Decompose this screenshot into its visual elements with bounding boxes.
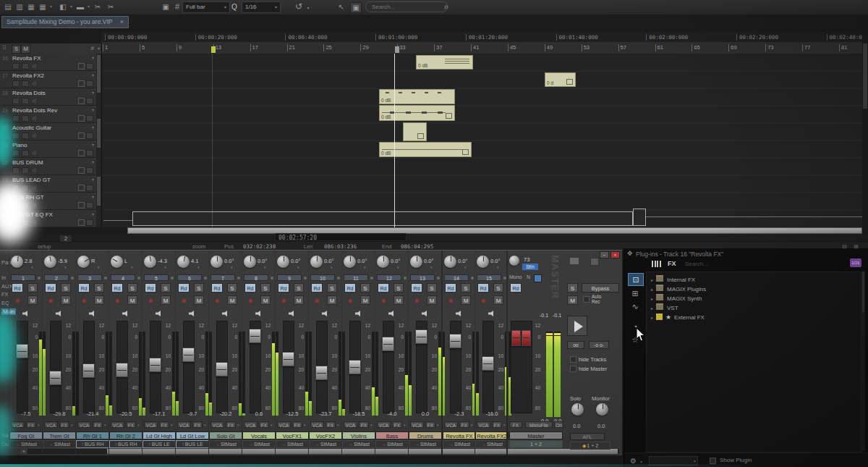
channel-speaker-icon[interactable] xyxy=(289,311,296,316)
track-lane[interactable] xyxy=(101,175,862,193)
master-strip[interactable]: MASTER73StInMonoNRd-0.1-0.1120102040800.… xyxy=(506,251,564,455)
track-mute-button[interactable] xyxy=(22,202,29,209)
solo-button[interactable]: S xyxy=(461,283,471,293)
channel-dot-icon[interactable] xyxy=(104,277,107,279)
track-speaker-icon[interactable] xyxy=(31,167,38,174)
fader-handle[interactable] xyxy=(149,358,161,372)
track-monitor-icon[interactable] xyxy=(86,132,93,139)
record-button[interactable]: Rd xyxy=(78,283,90,293)
channel-output[interactable]: →StMast xyxy=(242,440,276,448)
channel-speaker-icon[interactable] xyxy=(422,311,429,316)
fader-handle[interactable] xyxy=(82,363,95,378)
arrangement-area[interactable]: 0 dB0 d0 dB0 dB0 dB xyxy=(101,54,862,227)
record-button[interactable]: Rd xyxy=(311,283,323,293)
cut-icon[interactable]: ✂ xyxy=(93,2,103,12)
track-mute-button[interactable] xyxy=(22,132,29,139)
new-file-icon[interactable]: ▤ xyxy=(3,2,13,12)
fx-button[interactable]: FX xyxy=(392,421,402,428)
track-row[interactable]: 17Revolta FX2▾ xyxy=(0,71,96,88)
fx-tab[interactable]: FX xyxy=(668,260,676,267)
channel-output[interactable]: →StMast xyxy=(9,440,43,448)
fx-chevron-icon[interactable]: ▾ xyxy=(237,423,239,427)
channel-name[interactable]: Revolta FX2 xyxy=(475,432,509,439)
routing-view-icon[interactable]: ⊞ xyxy=(628,287,642,299)
record-button[interactable]: Rd xyxy=(244,283,256,293)
channel-strip[interactable]: 0.0°▾9RdSM12010204080-12.5VCAFX▾VocFX1→S… xyxy=(275,251,309,455)
channel-speaker-icon[interactable] xyxy=(355,311,362,316)
vca-button[interactable]: VCA xyxy=(144,421,158,428)
pan-knob[interactable] xyxy=(244,256,256,268)
save-as-icon-chevron[interactable]: ▾ xyxy=(48,2,54,12)
channel-strip[interactable]: -4.3▾5RdSM12010204080-17.1VCAFX▾Ld Gt Hi… xyxy=(142,251,176,455)
pan-chevron-icon[interactable]: ▾ xyxy=(364,265,366,269)
quantize-dropdown[interactable]: 1/16▾ xyxy=(242,1,281,13)
channel-speaker-icon[interactable] xyxy=(488,311,495,316)
track-speaker-icon[interactable] xyxy=(31,132,38,139)
track-lock-icon[interactable] xyxy=(78,63,85,70)
channel-number[interactable]: 6 xyxy=(177,274,202,281)
track-speaker-icon[interactable] xyxy=(31,115,38,122)
mute-button[interactable]: M xyxy=(27,295,38,305)
fx-chevron-icon[interactable]: ▾ xyxy=(503,423,506,427)
layout-icon-chevron[interactable]: ▾ xyxy=(69,2,74,12)
solo-button[interactable]: S xyxy=(161,283,171,293)
solo-button[interactable]: S xyxy=(194,283,204,293)
track-speaker-icon[interactable] xyxy=(31,202,38,209)
channel-speaker-icon[interactable] xyxy=(89,311,96,316)
track-lock-icon[interactable] xyxy=(78,202,85,209)
track-monitor-icon[interactable] xyxy=(86,185,93,191)
fx-button[interactable]: FX xyxy=(26,421,36,428)
solo-button[interactable]: S xyxy=(393,283,404,293)
solo-button[interactable]: S xyxy=(360,283,370,293)
track-row[interactable]: 22BUS DRUM▾ xyxy=(0,158,96,175)
search-magnifier-icon[interactable]: ⌕ xyxy=(441,2,451,12)
pan-chevron-icon[interactable]: ▾ xyxy=(31,265,33,269)
tree-expand-icon[interactable]: ▸ xyxy=(651,278,653,282)
channel-strip[interactable]: 4.1▾6RdSM12010204080-9.7VCAFX▾Ld Gt Low↑… xyxy=(175,251,209,455)
pan-chevron-icon[interactable]: ▾ xyxy=(231,265,233,269)
master-fader-left[interactable] xyxy=(511,330,521,346)
track-lock-icon[interactable] xyxy=(78,98,85,104)
tree-expand-icon[interactable]: ▸ xyxy=(651,297,653,301)
open-folder-icon[interactable]: ▥ xyxy=(14,2,25,12)
channel-number[interactable]: 5 xyxy=(144,274,169,281)
track-lane[interactable] xyxy=(101,106,862,124)
fx-button[interactable]: FX xyxy=(59,421,69,428)
record-button[interactable]: Rd xyxy=(178,283,190,293)
channel-strip[interactable]: 0.0°▾10RdSM12010204080-23.7VCAFX▾VocFX2→… xyxy=(308,251,342,455)
track-row[interactable]: 21Piano▾ xyxy=(0,140,96,158)
link-oo2-button[interactable]: -o o- xyxy=(589,341,609,349)
fader-handle[interactable] xyxy=(315,366,328,380)
tree-item[interactable]: ▸★External FX xyxy=(651,313,705,322)
track-solo-button[interactable] xyxy=(12,202,20,209)
channel-output[interactable]: ↑BUS RH xyxy=(109,440,142,448)
fx-chevron-icon[interactable]: ▾ xyxy=(304,423,306,427)
favorite-star-icon[interactable]: ★ xyxy=(665,314,671,321)
record-button[interactable]: Rd xyxy=(111,283,123,293)
all-solo-button[interactable]: S xyxy=(12,45,21,54)
bypass-button[interactable]: Bypass xyxy=(582,283,619,293)
mute-button[interactable]: M xyxy=(461,295,471,305)
pan-knob[interactable] xyxy=(210,256,223,268)
channel-dot-icon[interactable] xyxy=(271,277,273,279)
track-lock-icon[interactable] xyxy=(78,80,85,87)
channel-number[interactable]: 12 xyxy=(377,274,401,281)
pan-knob[interactable] xyxy=(310,256,323,268)
object-mode-icon-chevron[interactable]: ▾ xyxy=(86,2,91,12)
fx-chevron-icon[interactable]: ▾ xyxy=(137,423,140,427)
timeline-horizontal-scrollbar[interactable] xyxy=(127,227,862,234)
fader-handle[interactable] xyxy=(249,329,261,343)
playhead[interactable] xyxy=(394,54,395,227)
zoom-level-value[interactable]: 2 xyxy=(59,235,72,243)
tab-close-icon[interactable]: × xyxy=(120,18,124,25)
pan-knob[interactable] xyxy=(344,256,356,268)
audio-clip[interactable] xyxy=(403,122,427,141)
master-name[interactable]: Master xyxy=(509,432,563,439)
record-button[interactable]: Rd xyxy=(378,283,389,293)
track-lane[interactable] xyxy=(101,193,862,211)
channel-output[interactable]: →StMast xyxy=(276,440,309,448)
channel-number[interactable]: 3 xyxy=(77,274,102,281)
track-mute-button[interactable] xyxy=(22,63,29,70)
master-fx-button[interactable]: FX xyxy=(509,421,522,428)
fader-handle[interactable] xyxy=(216,362,228,376)
